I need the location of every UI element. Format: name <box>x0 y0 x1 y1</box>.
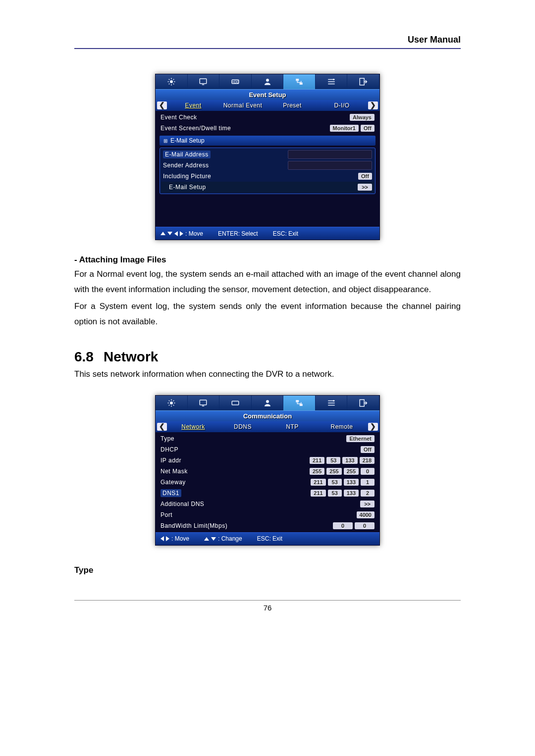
sender-address-input[interactable] <box>288 161 372 170</box>
dns-1: 53 <box>328 490 342 497</box>
row-dhcp[interactable]: DHCP Off <box>159 444 376 455</box>
user-icon[interactable] <box>252 396 284 410</box>
para1: For a Normal event log, the system sends… <box>74 267 461 297</box>
row-email-setup[interactable]: E-Mail Setup >> <box>161 182 374 193</box>
email-address-label: E-Mail Address <box>163 151 211 158</box>
dns-3: 2 <box>361 490 374 497</box>
tab-ntp[interactable]: NTP <box>268 423 317 430</box>
svg-rect-8 <box>360 78 365 85</box>
gw-0: 211 <box>311 479 325 486</box>
exit-icon[interactable] <box>347 396 379 410</box>
ip-1: 53 <box>326 457 340 464</box>
footer-move: : Move <box>160 535 189 542</box>
svg-rect-12 <box>232 401 239 405</box>
settings-icon[interactable] <box>316 396 348 410</box>
section-network-heading: 6.8Network <box>74 349 461 365</box>
tab-ddns[interactable]: DDNS <box>218 423 268 430</box>
gw-3: 1 <box>361 479 374 486</box>
display-icon[interactable] <box>188 396 220 410</box>
page-header: User Manual <box>74 35 461 49</box>
network-intro: This sets network information when conne… <box>74 367 461 382</box>
row-including-picture[interactable]: Including Picture Off <box>161 171 374 182</box>
network-icon[interactable] <box>283 74 316 89</box>
dns-label: DNS1 <box>160 489 181 497</box>
type-value: Ethernet <box>346 435 374 442</box>
row-bandwidth[interactable]: BandWidth Limit(Mbps) 0 0 <box>159 520 376 531</box>
svg-rect-1 <box>200 79 207 84</box>
tab-normal-event[interactable]: Normal Event <box>218 102 268 109</box>
page-number: 76 <box>74 604 461 612</box>
svg-rect-14 <box>296 400 299 403</box>
tab-next-icon[interactable]: ❯ <box>368 101 378 109</box>
ip-0: 211 <box>310 457 324 464</box>
mask-3: 0 <box>361 468 374 475</box>
row-ip[interactable]: IP addr 211 53 133 218 <box>159 455 376 466</box>
window-title: Event Setup <box>156 89 379 100</box>
svg-rect-11 <box>202 405 205 406</box>
tab-bar: ❮ Network DDNS NTP Remote ❯ <box>156 421 379 432</box>
event-setup-window: HDD Event Setup ❮ Event Normal Event Pre… <box>155 74 380 240</box>
tab-prev-icon[interactable]: ❮ <box>157 101 167 109</box>
svg-point-9 <box>170 402 173 404</box>
system-icon[interactable] <box>156 396 188 410</box>
row-sender-address[interactable]: Sender Address <box>161 160 374 171</box>
email-setup-more[interactable]: >> <box>358 184 372 191</box>
network-window: Communication ❮ Network DDNS NTP Remote … <box>155 395 380 546</box>
ip-label: IP addr <box>160 457 308 464</box>
footer-move: : Move <box>160 230 203 237</box>
row-event-screen[interactable]: Event Screen/Dwell time Monitor1 Off <box>159 123 376 134</box>
tab-next-icon[interactable]: ❯ <box>368 423 378 431</box>
row-type[interactable]: Type Ethernet <box>159 433 376 444</box>
type-label: Type <box>160 435 344 442</box>
exit-icon[interactable] <box>347 74 379 89</box>
tab-event[interactable]: Event <box>168 102 218 109</box>
tab-dio[interactable]: D-I/O <box>317 102 367 109</box>
tab-prev-icon[interactable]: ❮ <box>157 423 167 431</box>
svg-point-7 <box>333 79 334 80</box>
sender-address-label: Sender Address <box>163 162 288 169</box>
row-port[interactable]: Port 4000 <box>159 509 376 520</box>
svg-point-13 <box>266 400 269 403</box>
event-screen-value: Off <box>361 125 374 132</box>
port-label: Port <box>160 511 355 518</box>
grid-icon: ⊞ <box>163 138 167 144</box>
svg-rect-5 <box>296 79 299 81</box>
para2: For a System event log, the system sends… <box>74 299 461 329</box>
hdd-icon[interactable]: HDD <box>219 74 252 89</box>
footer-change: : Change <box>204 535 242 542</box>
tab-bar: ❮ Event Normal Event Preset D-I/O ❯ <box>156 100 379 111</box>
row-event-check[interactable]: Event Check Always <box>159 112 376 123</box>
footer-esc: ESC: Exit <box>257 535 282 542</box>
hdd-icon[interactable] <box>219 396 252 410</box>
user-icon[interactable] <box>252 74 284 89</box>
adns-more[interactable]: >> <box>360 501 374 507</box>
system-icon[interactable] <box>156 74 188 89</box>
window-title: Communication <box>156 410 379 421</box>
row-gateway[interactable]: Gateway 211 53 133 1 <box>159 477 376 488</box>
footer-enter: ENTER: Select <box>218 230 258 237</box>
footer-rule <box>74 600 461 601</box>
footer-bar: : Move ENTER: Select ESC: Exit <box>156 227 379 240</box>
display-icon[interactable] <box>188 74 220 89</box>
ip-2: 133 <box>342 457 357 464</box>
settings-icon[interactable] <box>316 74 348 89</box>
row-email-address[interactable]: E-Mail Address <box>161 149 374 160</box>
mask-0: 255 <box>310 468 324 475</box>
email-address-input[interactable] <box>288 150 372 159</box>
footer-esc: ESC: Exit <box>273 230 298 237</box>
network-icon[interactable] <box>283 396 316 410</box>
dhcp-value: Off <box>361 446 374 453</box>
row-additional-dns[interactable]: Additional DNS >> <box>159 499 376 509</box>
row-netmask[interactable]: Net Mask 255 255 255 0 <box>159 466 376 477</box>
tab-remote[interactable]: Remote <box>317 423 367 430</box>
mask-label: Net Mask <box>160 468 308 475</box>
event-check-label: Event Check <box>160 114 348 121</box>
including-picture-value: Off <box>358 173 372 180</box>
tab-preset[interactable]: Preset <box>268 102 317 109</box>
svg-point-0 <box>170 80 173 83</box>
row-dns[interactable]: DNS1 211 53 133 2 <box>159 488 376 499</box>
mask-2: 255 <box>344 468 359 475</box>
tab-network[interactable]: Network <box>168 423 218 430</box>
dns-2: 133 <box>344 490 359 497</box>
gw-2: 133 <box>344 479 359 486</box>
